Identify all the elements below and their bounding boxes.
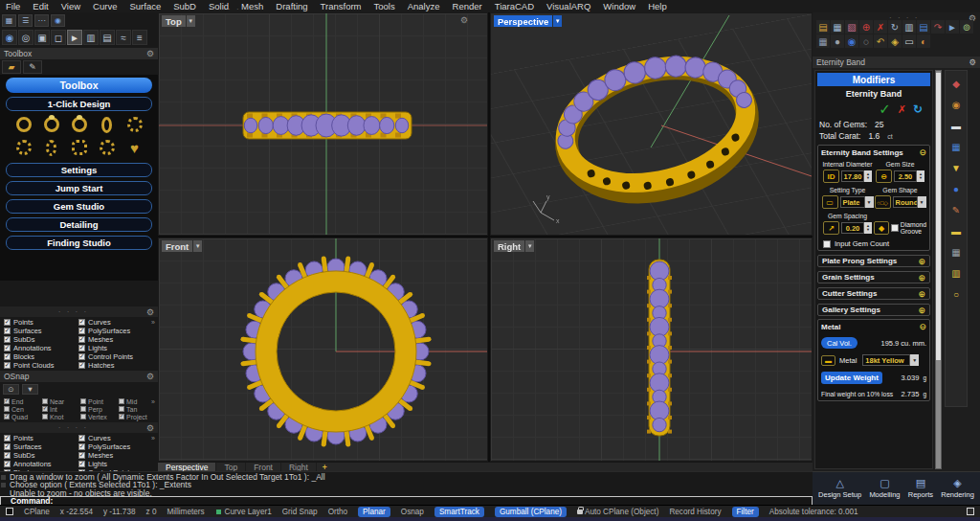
gear-icon[interactable]: ⚙ xyxy=(969,57,976,67)
collapse-icon[interactable]: ⊖ xyxy=(919,147,926,157)
spinner-buttons[interactable]: ▲▼ xyxy=(917,170,924,182)
modifiers-header[interactable]: Modifiers xyxy=(817,73,930,86)
sphere-tool-icon[interactable]: ◉ xyxy=(2,30,17,45)
osnap-vertex-checkbox[interactable] xyxy=(80,414,86,419)
filter-checkbox-control-points[interactable]: ✓ xyxy=(78,353,85,360)
gem-red-icon[interactable]: ◆ xyxy=(949,77,963,90)
menu-analyze[interactable]: Analyze xyxy=(408,1,440,11)
expand-icon[interactable]: ⊕ xyxy=(918,273,925,283)
osnap-project-checkbox[interactable]: ✓ xyxy=(119,414,124,419)
window-toggle-icon[interactable] xyxy=(967,508,974,515)
band2-icon[interactable]: ▥ xyxy=(949,266,963,280)
cancel-icon[interactable]: ✗ xyxy=(898,103,906,116)
sphere-blue-icon[interactable]: ● xyxy=(949,182,963,195)
plate-prong-settings-section[interactable]: Plate Prong Settings⊕ xyxy=(817,255,930,267)
oval-band-ring-button[interactable] xyxy=(96,115,118,134)
grid-select-icon[interactable]: ▦ xyxy=(816,34,830,48)
layer-indicator[interactable]: Curve Layer1 xyxy=(215,508,272,516)
metal-dropdown[interactable]: 18kt Yellow ▼ xyxy=(862,354,919,366)
grid-icon[interactable]: ▦ xyxy=(949,245,963,259)
curve-edit-icon[interactable]: ≈ xyxy=(116,30,131,45)
setting-type-dropdown[interactable]: Plate ▼ xyxy=(840,196,874,208)
sphere-icon[interactable]: ◉ xyxy=(51,14,65,27)
halo-square-ring-button[interactable] xyxy=(68,138,90,157)
filter-checkbox-polysurfaces[interactable]: ✓ xyxy=(78,328,85,334)
brush-tab-icon[interactable]: ✎ xyxy=(23,60,42,74)
gem-shape-dropdown[interactable]: Round ▼ xyxy=(893,196,926,208)
osnap-quad-checkbox[interactable]: ✓ xyxy=(4,414,10,419)
jump-start-button[interactable]: Jump Start xyxy=(6,181,152,195)
band-icon[interactable]: ▬ xyxy=(949,224,963,238)
workspace-tab-reports[interactable]: ▤Reports xyxy=(908,478,933,499)
viewport-perspective-label[interactable]: Perspective▼ xyxy=(494,15,562,27)
shaded-sphere-icon[interactable]: ◉ xyxy=(845,34,858,48)
osnap-near-checkbox[interactable] xyxy=(42,398,48,404)
internal-diameter-input[interactable]: 17.80 ▲▼ xyxy=(841,170,872,182)
gallery-settings-section[interactable]: Gallery Settings⊕ xyxy=(817,304,930,316)
menu-window[interactable]: Window xyxy=(603,1,635,11)
input-gem-count-checkbox[interactable] xyxy=(823,240,831,248)
status-toggle-auto-cplane--object-[interactable]: Auto CPlane (Object) xyxy=(577,508,658,516)
eternity-panel-header[interactable]: Eternity Band ⚙ xyxy=(813,57,980,68)
filter-panel-grip[interactable]: · · · · ⚙ xyxy=(0,306,158,317)
filter-checkbox-subds[interactable]: ✓ xyxy=(4,452,11,459)
gem-studio-button[interactable]: Gem Studio xyxy=(6,199,152,214)
osnap-tan-checkbox[interactable] xyxy=(119,406,124,412)
update-weight-button[interactable]: Update Weight xyxy=(821,372,882,384)
viewport-tab-right[interactable]: Right xyxy=(281,463,317,472)
filter-checkbox-points[interactable]: ✓ xyxy=(4,319,11,326)
gem-yellow-icon[interactable]: ▼ xyxy=(949,161,963,174)
overflow-chevrons-icon[interactable]: » xyxy=(151,435,155,442)
expand-icon[interactable]: ⊕ xyxy=(918,306,925,315)
expand-icon[interactable]: ⊕ xyxy=(918,257,925,266)
trellis-ring-button[interactable] xyxy=(68,115,90,134)
curve-tool-icon[interactable]: ◎ xyxy=(18,30,33,45)
status-toggle-gumball--cplane-[interactable]: Gumball (CPlane) xyxy=(495,507,567,517)
save-icon[interactable]: ▦ xyxy=(831,20,844,34)
viewport-right[interactable]: Right▼ xyxy=(490,238,813,462)
move-icon[interactable]: ⊕ xyxy=(859,20,873,34)
finding-studio-button[interactable]: Finding Studio xyxy=(6,236,152,250)
workspace-tab-modelling[interactable]: ▢Modelling xyxy=(869,478,900,499)
overflow-chevrons-icon[interactable]: » xyxy=(151,398,155,405)
gem-spacing-input[interactable]: 0.20 ▲▼ xyxy=(841,222,872,234)
filter-checkbox-annotations[interactable]: ✓ xyxy=(4,345,11,351)
solitaire-ring-button[interactable] xyxy=(40,115,62,134)
select-rect-icon[interactable]: ▦ xyxy=(2,14,16,27)
filter-checkbox-annotations[interactable]: ✓ xyxy=(4,461,11,467)
confirm-icon[interactable]: ✓ xyxy=(879,101,891,118)
paste-icon[interactable]: ▥ xyxy=(902,20,916,34)
menu-subd[interactable]: SubD xyxy=(173,1,196,11)
card-icon[interactable]: ▬ xyxy=(949,119,963,132)
rotate-icon[interactable]: ↻ xyxy=(888,20,902,34)
lock-icon[interactable]: ◈ xyxy=(888,34,902,48)
gear-ring-button[interactable] xyxy=(96,138,118,157)
new-viewport-tab-button[interactable]: + xyxy=(317,463,333,472)
menu-transform[interactable]: Transform xyxy=(321,1,362,11)
viewport-front-label[interactable]: Front▼ xyxy=(162,240,202,252)
polyline-tool-icon[interactable]: ◻ xyxy=(51,30,66,45)
workspace-tab-rendering[interactable]: ◈Rendering xyxy=(941,478,974,499)
menu-view[interactable]: View xyxy=(61,1,80,11)
one-click-design-button[interactable]: 1-Click Design xyxy=(6,97,152,111)
menu-file[interactable]: File xyxy=(6,1,20,11)
osnap-end-checkbox[interactable]: ✓ xyxy=(4,398,10,404)
viewport-tab-front[interactable]: Front xyxy=(246,463,281,472)
cluster-ring-button[interactable] xyxy=(12,138,34,157)
menu-drafting[interactable]: Drafting xyxy=(276,1,307,11)
filter-checkbox-surfaces[interactable]: ✓ xyxy=(4,443,11,450)
panel-icon[interactable]: ▭ xyxy=(902,34,916,48)
spinner-buttons[interactable]: ▲▼ xyxy=(864,222,872,234)
gear-icon[interactable]: ⚙ xyxy=(146,49,154,58)
halo-oval-ring-button[interactable] xyxy=(40,138,62,157)
viewport-right-label[interactable]: Right▼ xyxy=(494,240,534,252)
dropdown-arrow-icon[interactable]: ▼ xyxy=(865,196,874,208)
status-toggle-osnap[interactable]: Osnap xyxy=(401,508,424,516)
viewport-top[interactable]: Top▼ ⚙ xyxy=(158,12,488,236)
settings-button[interactable]: Settings xyxy=(6,163,152,177)
filter-checkbox-meshes[interactable]: ✓ xyxy=(78,336,85,343)
menu-solid[interactable]: Solid xyxy=(209,1,229,11)
menu-help[interactable]: Help xyxy=(648,1,667,11)
status-toggle-filter[interactable]: Filter xyxy=(732,507,759,517)
status-toggle-smarttrack[interactable]: SmartTrack xyxy=(434,507,484,517)
